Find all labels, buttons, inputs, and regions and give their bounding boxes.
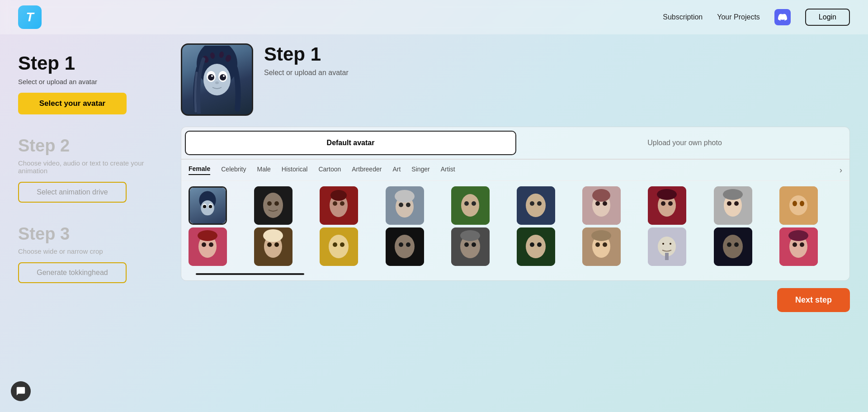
generate-button[interactable]: Generate tokkinghead (18, 262, 127, 283)
avatar-thumb-17[interactable] (582, 227, 621, 266)
step3-desc: Choose wide or narrow crop (18, 247, 163, 255)
svg-point-25 (333, 201, 337, 206)
svg-point-7 (223, 75, 225, 77)
upload-photo-tab[interactable]: Upload your own photo (520, 127, 849, 159)
your-projects-link[interactable]: Your Projects (717, 13, 760, 21)
avatar-thumb-8[interactable] (648, 186, 686, 225)
step1-main-desc: Select or upload an avatar (264, 69, 349, 77)
logo[interactable]: T (18, 5, 42, 29)
default-avatar-tab[interactable]: Default avatar (185, 131, 516, 155)
category-singer[interactable]: Singer (411, 166, 429, 175)
svg-point-39 (530, 201, 534, 206)
avatar-thumb-4[interactable] (386, 186, 424, 225)
svg-point-53 (727, 201, 731, 206)
chat-icon (16, 386, 26, 396)
svg-point-49 (668, 201, 673, 206)
svg-point-27 (330, 190, 347, 201)
svg-point-95 (670, 243, 671, 245)
svg-point-103 (793, 242, 797, 247)
svg-point-5 (220, 74, 226, 81)
discord-icon (778, 13, 787, 22)
avatar-thumb-5[interactable] (451, 186, 490, 225)
select-animation-button[interactable]: Select animation drive (18, 182, 127, 203)
svg-point-77 (406, 242, 410, 247)
step1-header: Step 1 Select or upload an avatar (181, 43, 850, 116)
svg-point-94 (662, 243, 664, 245)
select-avatar-button[interactable]: Select your avatar (18, 93, 127, 114)
category-historical[interactable]: Historical (282, 166, 308, 175)
step2-desc: Choose video, audio or text to create yo… (18, 159, 163, 175)
svg-point-80 (464, 242, 469, 247)
svg-point-63 (209, 242, 213, 247)
svg-point-6 (211, 75, 213, 77)
svg-point-76 (399, 242, 403, 247)
svg-point-59 (800, 201, 804, 206)
category-male[interactable]: Male (257, 166, 271, 175)
svg-point-31 (406, 203, 410, 207)
category-artist[interactable]: Artist (441, 166, 455, 175)
next-step-button[interactable]: Next step (777, 288, 850, 312)
category-tabs: Female Celebrity Male Historical Cartoon… (181, 160, 849, 181)
avatar-thumb-1[interactable] (189, 186, 227, 225)
svg-point-98 (723, 235, 743, 258)
avatar-thumb-6[interactable] (517, 186, 555, 225)
svg-point-82 (460, 230, 480, 241)
svg-point-100 (734, 242, 739, 247)
svg-point-48 (661, 201, 665, 206)
svg-point-35 (464, 201, 469, 206)
avatar-thumb-15[interactable] (451, 227, 490, 266)
svg-point-38 (526, 194, 546, 217)
step1-title: Step 1 (18, 52, 163, 74)
step3-section: Step 3 Choose wide or narrow crop Genera… (18, 224, 163, 283)
nav: Subscription Your Projects Login (663, 9, 850, 26)
chevron-right-icon[interactable]: › (840, 166, 842, 175)
svg-point-86 (537, 242, 542, 247)
avatar-thumb-7[interactable] (582, 186, 621, 225)
svg-point-32 (395, 190, 415, 203)
subscription-link[interactable]: Subscription (663, 13, 703, 21)
steps-sidebar: Step 1 Select or upload an avatar Select… (18, 43, 163, 316)
svg-point-4 (208, 74, 214, 81)
avatar-thumb-10[interactable] (779, 186, 818, 225)
category-artbreeder[interactable]: Artbreeder (352, 166, 382, 175)
avatar-thumb-9[interactable] (714, 186, 752, 225)
selected-avatar (181, 43, 253, 116)
avatar-thumb-3[interactable] (320, 186, 358, 225)
category-female[interactable]: Female (189, 165, 210, 175)
step1-desc: Select or upload an avatar (18, 78, 163, 85)
header: T Subscription Your Projects Login (0, 0, 868, 34)
chat-bubble-button[interactable] (11, 381, 31, 401)
svg-point-17 (203, 205, 206, 208)
svg-point-12 (215, 81, 219, 84)
category-celebrity[interactable]: Celebrity (221, 166, 246, 175)
avatar-thumb-13[interactable] (320, 227, 358, 266)
tab-toggle: Default avatar Upload your own photo (181, 127, 849, 160)
main-layout: Step 1 Select or upload an avatar Select… (0, 34, 868, 325)
discord-button[interactable] (774, 9, 791, 25)
svg-point-81 (472, 242, 476, 247)
svg-point-73 (340, 242, 344, 247)
svg-point-57 (789, 195, 807, 215)
svg-point-105 (788, 230, 808, 241)
avatar-thumb-19[interactable] (714, 227, 752, 266)
category-art[interactable]: Art (392, 166, 401, 175)
svg-point-68 (274, 242, 279, 247)
category-cartoon[interactable]: Cartoon (318, 166, 341, 175)
avatar-thumb-16[interactable] (517, 227, 555, 266)
scroll-indicator (196, 273, 304, 275)
svg-point-99 (727, 242, 731, 247)
svg-point-58 (793, 201, 797, 206)
avatar-thumb-14[interactable] (386, 227, 424, 266)
avatar-thumb-2[interactable] (254, 186, 292, 225)
avatar-thumb-11[interactable] (189, 227, 227, 266)
login-button[interactable]: Login (805, 9, 850, 26)
avatar-thumb-12[interactable] (254, 227, 292, 266)
svg-point-30 (399, 203, 403, 207)
svg-point-54 (734, 201, 739, 206)
avatar-thumb-20[interactable] (779, 227, 818, 266)
step2-section: Step 2 Choose video, audio or text to cr… (18, 136, 163, 203)
avatar-thumb-18[interactable] (648, 227, 686, 266)
svg-point-40 (537, 201, 542, 206)
svg-point-34 (461, 194, 479, 217)
svg-point-85 (530, 242, 534, 247)
